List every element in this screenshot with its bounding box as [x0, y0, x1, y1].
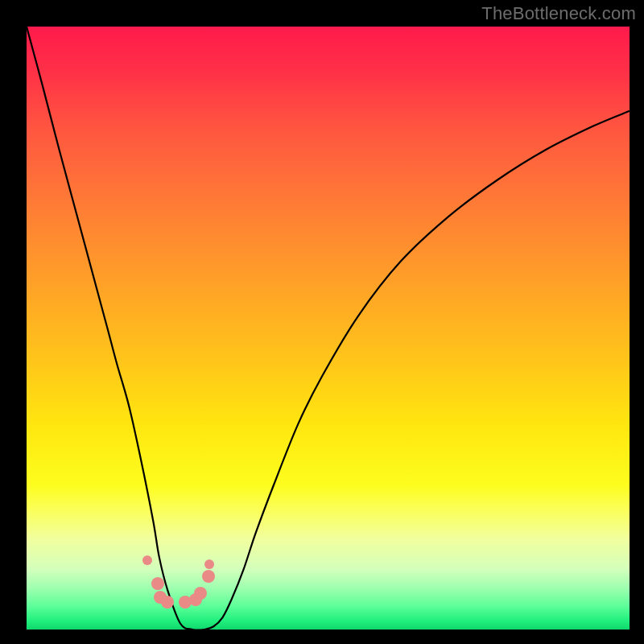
- curve-markers: [142, 555, 215, 609]
- watermark-text: TheBottleneck.com: [481, 3, 636, 24]
- curve-layer: [27, 27, 630, 630]
- curve-marker: [204, 559, 214, 569]
- curve-marker: [151, 577, 164, 590]
- curve-marker: [142, 555, 152, 565]
- curve-marker: [202, 570, 215, 583]
- plot-area: [27, 27, 630, 630]
- curve-marker: [194, 587, 207, 600]
- curve-marker: [161, 596, 174, 609]
- chart-frame: TheBottleneck.com: [0, 0, 644, 644]
- bottleneck-curve: [27, 27, 630, 630]
